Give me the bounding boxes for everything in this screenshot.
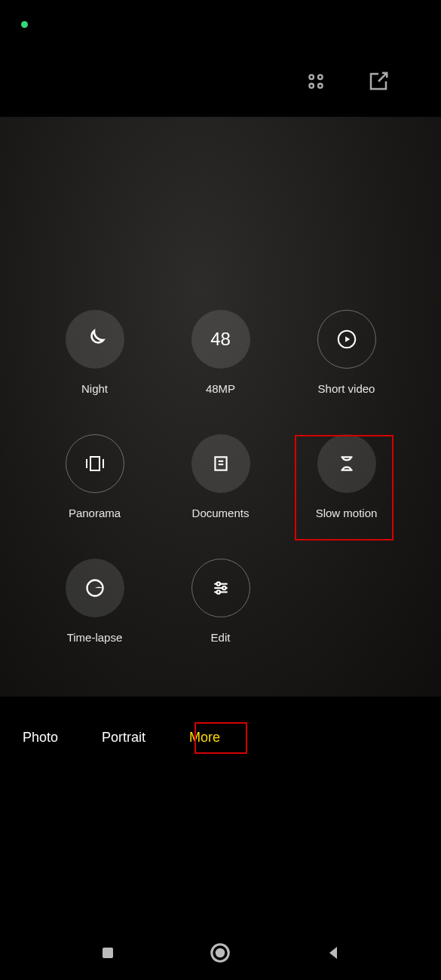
mode-label: Time-lapse xyxy=(67,631,123,644)
mode-panorama[interactable]: Panorama xyxy=(32,434,158,519)
mode-label: Documents xyxy=(192,507,250,519)
tab-portrait[interactable]: Portrait xyxy=(102,730,145,746)
panorama-icon xyxy=(66,434,124,493)
svg-point-16 xyxy=(222,586,225,590)
sliders-icon xyxy=(191,559,250,617)
svg-point-20 xyxy=(216,948,225,958)
mode-documents[interactable]: Documents xyxy=(158,434,283,519)
mode-night[interactable]: Night xyxy=(32,310,158,395)
mode-edit[interactable]: Edit xyxy=(158,559,283,644)
mode-label: Panorama xyxy=(69,507,121,519)
mode-label: Edit xyxy=(211,631,231,644)
svg-point-15 xyxy=(216,582,219,585)
top-toolbar xyxy=(0,45,441,117)
mode-label: Night xyxy=(81,382,108,395)
svg-point-0 xyxy=(309,75,314,79)
svg-point-1 xyxy=(318,75,323,79)
mode-label: Short video xyxy=(318,382,375,395)
tab-photo[interactable]: Photo xyxy=(23,730,58,746)
moon-icon xyxy=(66,310,124,369)
nav-home-icon[interactable] xyxy=(209,942,231,964)
svg-point-2 xyxy=(309,84,314,88)
svg-point-3 xyxy=(318,84,323,88)
play-circle-icon xyxy=(317,310,376,369)
camera-indicator-dot xyxy=(21,21,28,28)
viewfinder: Night 48 48MP Short video Panorama Docum… xyxy=(0,117,441,697)
status-bar xyxy=(0,0,441,45)
layout-grid-icon[interactable] xyxy=(305,71,326,92)
clock-icon xyxy=(66,559,124,617)
mode-48mp[interactable]: 48 48MP xyxy=(158,310,283,395)
nav-back-icon[interactable] xyxy=(324,944,342,962)
mode-tab-bar: Photo Portrait More xyxy=(0,697,441,778)
system-nav-bar xyxy=(0,926,441,980)
hourglass-icon xyxy=(317,434,376,493)
48-icon: 48 xyxy=(191,310,250,369)
svg-rect-5 xyxy=(90,457,100,470)
mode-time-lapse[interactable]: Time-lapse xyxy=(32,559,158,644)
svg-rect-18 xyxy=(103,948,113,958)
mode-label: Slow motion xyxy=(316,507,378,519)
nav-recent-icon[interactable] xyxy=(99,944,117,962)
edit-square-icon[interactable] xyxy=(367,70,390,93)
mode-slow-motion[interactable]: Slow motion xyxy=(283,434,409,519)
svg-point-17 xyxy=(216,590,219,593)
mode-label: 48MP xyxy=(206,382,235,395)
tab-more[interactable]: More xyxy=(189,730,220,746)
mode-grid: Night 48 48MP Short video Panorama Docum… xyxy=(0,310,441,644)
document-icon xyxy=(191,434,250,493)
mode-short-video[interactable]: Short video xyxy=(283,310,409,395)
